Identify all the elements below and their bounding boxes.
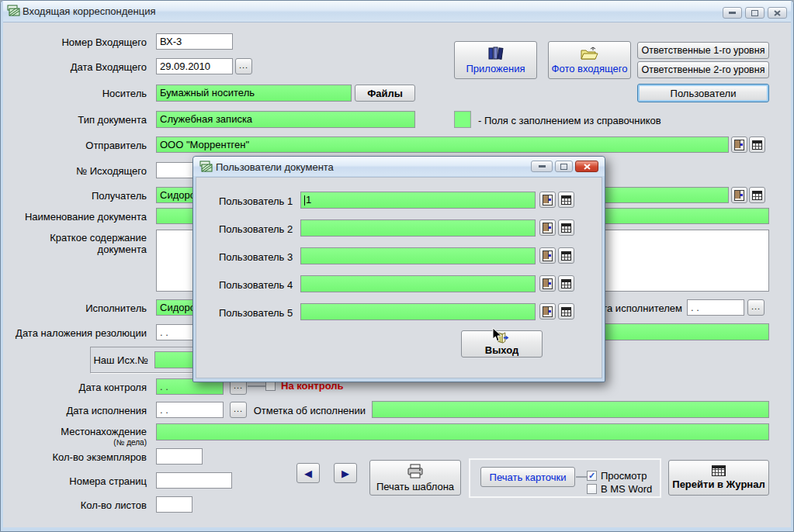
sender-select-button[interactable] <box>731 136 747 153</box>
user5-field[interactable] <box>300 303 536 320</box>
user4-select-button[interactable] <box>539 275 556 292</box>
doc-type-label: Тип документа <box>9 114 147 126</box>
door-icon <box>734 140 744 150</box>
user3-field[interactable] <box>300 247 536 264</box>
incoming-date-label: Дата Входящего <box>9 61 147 73</box>
attachments-label: Приложения <box>466 63 525 74</box>
text-caret <box>304 195 305 206</box>
print-card-group: Печать карточки ✓ Просмотр В MS Word <box>469 458 661 498</box>
table-icon <box>561 307 571 316</box>
goto-journal-button[interactable]: Перейти в Журнал <box>668 460 769 496</box>
print-template-button[interactable]: Печать шаблона <box>369 460 461 496</box>
minimize-button[interactable] <box>723 7 742 19</box>
prev-record-button[interactable]: ◀ <box>296 463 320 483</box>
carrier-field[interactable]: Бумажный носитель <box>156 85 352 102</box>
open-folder-icon <box>580 46 600 60</box>
sender-directory-button[interactable] <box>749 136 765 153</box>
preview-checkbox[interactable]: ✓ <box>587 471 597 481</box>
legend-green-swatch <box>454 111 471 128</box>
receiver-directory-button[interactable] <box>749 187 765 203</box>
next-record-button[interactable]: ▶ <box>334 463 357 483</box>
incoming-number-label: Номер Входящего <box>9 36 147 48</box>
dialog-minimize-button[interactable] <box>531 161 553 172</box>
document-users-dialog: Пользователи документа Пользователь 1 1 … <box>192 156 605 382</box>
copies-count-field[interactable] <box>156 448 203 465</box>
user3-select-button[interactable] <box>539 247 556 264</box>
table-icon <box>561 223 571 233</box>
attachments-button[interactable]: Приложения <box>454 41 537 79</box>
close-icon <box>584 164 591 170</box>
user4-directory-button[interactable] <box>558 275 574 292</box>
user5-label: Пользователь 5 <box>219 307 293 319</box>
page-numbers-field[interactable] <box>156 472 232 489</box>
sheets-count-field[interactable] <box>156 496 192 513</box>
execution-mark-field[interactable] <box>372 401 769 418</box>
user1-value: 1 <box>306 194 311 206</box>
files-button[interactable]: Файлы <box>355 85 415 102</box>
dialog-title: Пользователи документа <box>216 161 334 173</box>
user1-select-button[interactable] <box>539 192 556 208</box>
receiver-select-button[interactable] <box>731 187 747 203</box>
execution-mark-label: Отметка об исполнении <box>249 405 366 416</box>
user5-select-button[interactable] <box>539 303 556 320</box>
user1-field[interactable]: 1 <box>300 192 536 209</box>
table-icon <box>561 251 571 261</box>
dialog-titlebar[interactable]: Пользователи документа <box>193 157 605 176</box>
journal-table-icon <box>712 465 726 476</box>
execution-date-field[interactable]: . . <box>156 402 224 418</box>
maximize-button[interactable] <box>745 7 765 19</box>
doc-type-field[interactable]: Служебная записка <box>156 111 415 128</box>
user2-field[interactable] <box>300 219 536 237</box>
user2-select-button[interactable] <box>539 219 556 236</box>
books-icon <box>487 46 505 60</box>
responsible-level1-button[interactable]: Ответственные 1-го уровня <box>637 42 769 59</box>
carrier-label: Носитель <box>9 88 147 99</box>
executor-receipt-date-picker-button[interactable]: ... <box>747 299 765 316</box>
user1-label: Пользователь 1 <box>219 195 293 207</box>
prev-arrow-icon: ◀ <box>304 468 312 479</box>
incoming-date-field[interactable]: 29.09.2010 <box>156 58 233 74</box>
incoming-date-picker-button[interactable]: ... <box>235 58 252 74</box>
exit-button[interactable]: Выход <box>461 330 543 358</box>
responsible-level2-button[interactable]: Ответственные 2-го уровня <box>637 61 769 78</box>
door-icon <box>543 195 553 206</box>
page-numbers-label: Номера страниц <box>9 475 147 487</box>
control-date-label: Дата контроля <box>9 382 147 393</box>
preview-label: Просмотр <box>601 470 647 482</box>
sender-label: Отправитель <box>9 140 147 151</box>
location-label: Местонахождение <box>9 426 147 437</box>
window-title: Входящая корреспонденция <box>23 5 155 17</box>
door-icon <box>543 250 553 261</box>
main-window: Входящая корреспонденция Номер Входящего… <box>0 0 794 532</box>
msword-label: В MS Word <box>601 483 652 495</box>
table-icon <box>561 279 571 288</box>
execution-date-label: Дата исполнения <box>9 405 147 416</box>
dialog-close-button[interactable] <box>575 161 598 172</box>
location-field[interactable] <box>156 423 769 440</box>
execution-date-picker-button[interactable]: ... <box>230 402 247 418</box>
print-card-connector-line <box>576 476 587 478</box>
executor-receipt-date-field[interactable]: . . <box>687 299 744 316</box>
user3-directory-button[interactable] <box>558 247 574 264</box>
users-button[interactable]: Пользователи <box>637 84 769 102</box>
incoming-photo-button[interactable]: Фото входящего <box>548 41 631 79</box>
outgoing-number-label: № Исходящего <box>9 165 147 177</box>
user5-directory-button[interactable] <box>558 303 574 320</box>
minimize-icon <box>539 165 546 168</box>
sender-field[interactable]: ООО "Моррентген" <box>156 136 729 153</box>
door-icon <box>734 190 744 201</box>
door-icon <box>543 223 553 233</box>
main-titlebar[interactable]: Входящая корреспонденция <box>1 1 793 22</box>
incoming-photo-label: Фото входящего <box>552 63 628 74</box>
print-card-button[interactable]: Печать карточки <box>480 467 575 487</box>
close-button[interactable] <box>768 7 787 19</box>
dialog-maximize-button[interactable] <box>555 161 573 172</box>
printer-icon <box>406 464 425 478</box>
user2-directory-button[interactable] <box>558 219 574 236</box>
msword-checkbox[interactable] <box>587 484 597 494</box>
user1-directory-button[interactable] <box>558 192 574 208</box>
incoming-number-field[interactable]: ВХ-3 <box>156 33 233 50</box>
user4-field[interactable] <box>300 275 536 292</box>
user3-label: Пользователь 3 <box>219 251 293 263</box>
maximize-icon <box>751 10 758 16</box>
